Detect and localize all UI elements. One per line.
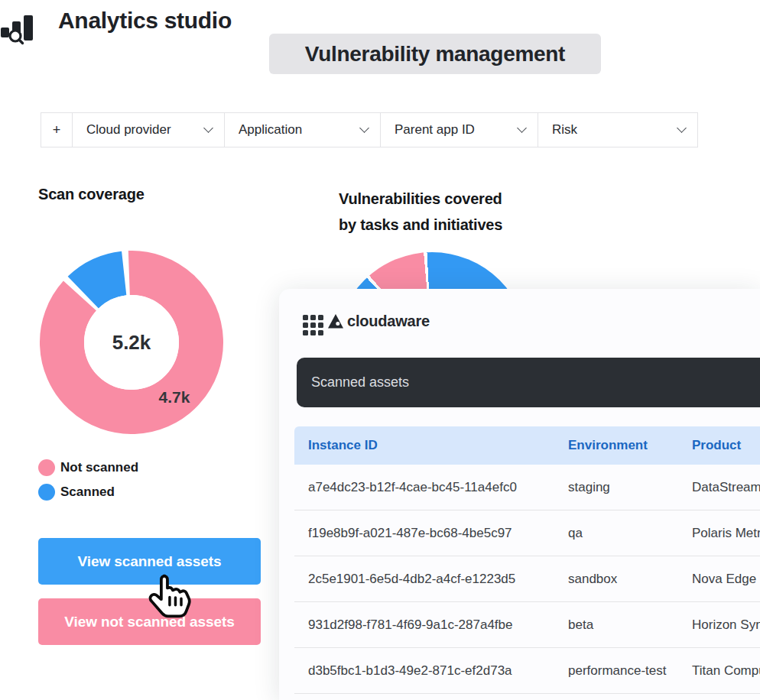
scanned-assets-panel: cloudaware Scanned assets Instance ID En… <box>279 289 760 700</box>
donut-not-scanned-value-label: 4.7k <box>151 388 197 407</box>
legend-swatch-not-scanned <box>38 459 55 476</box>
table-row[interactable]: f19e8b9f-a021-487e-bc68-4be5c97 qa Polar… <box>294 510 760 556</box>
legend-item-scanned[interactable]: Scanned <box>38 480 138 504</box>
cell-instance-id: a7e4dc23-b12f-4cae-bc45-11a4efc0 <box>308 465 517 510</box>
scan-coverage-title: Scan coverage <box>38 186 145 203</box>
tab-vulnerability-management[interactable]: Vulnerability management <box>269 34 601 74</box>
cell-environment: staging <box>568 465 610 510</box>
cell-instance-id: 931d2f98-f781-4f69-9a1c-287a4fbe <box>308 602 513 648</box>
scan-coverage-donut-chart[interactable]: 5.2k <box>40 251 223 434</box>
column-header-product[interactable]: Product <box>692 426 741 465</box>
cell-environment: sandbox <box>568 556 617 602</box>
table-row[interactable]: a7e4dc23-b12f-4cae-bc45-11a4efc0 staging… <box>294 465 760 510</box>
chevron-down-icon <box>517 123 527 133</box>
scanned-assets-title: Scanned assets <box>311 374 409 391</box>
vulnerabilities-chart-title: Vulnerabilities covered by tasks and ini… <box>339 186 502 238</box>
scanned-assets-toolbar: Scanned assets <box>297 358 760 407</box>
cell-product: Horizon Syn <box>692 602 760 648</box>
filter-label: Application <box>239 122 302 138</box>
view-scanned-assets-button[interactable]: View scanned assets <box>38 538 261 585</box>
cell-instance-id: d3b5fbc1-b1d3-49e2-871c-ef2d73a <box>308 648 512 694</box>
filter-label: Cloud provider <box>86 122 171 138</box>
table-row[interactable]: 2c5e1901-6e5d-4db2-a4cf-e1223d5 sandbox … <box>294 556 760 602</box>
legend-swatch-scanned <box>38 484 55 501</box>
filter-cloud-provider[interactable]: Cloud provider <box>72 112 225 147</box>
column-header-instance-id[interactable]: Instance ID <box>308 426 378 465</box>
legend-label: Scanned <box>60 484 115 500</box>
vulnerability-dashboard: Analytics studio Vulnerability managemen… <box>0 0 760 700</box>
cell-instance-id: 2c5e1901-6e5d-4db2-a4cf-e1223d5 <box>308 556 515 602</box>
filter-parent-app-id[interactable]: Parent app ID <box>380 112 538 147</box>
cloudaware-logo[interactable]: cloudaware <box>327 313 430 330</box>
filter-bar: + Cloud provider Application Parent app … <box>41 112 698 147</box>
table-header: Instance ID Environment Product <box>294 426 760 465</box>
cell-instance-id: f19e8b9f-a021-487e-bc68-4be5c97 <box>308 510 512 556</box>
cell-environment: performance-test <box>568 648 667 694</box>
assets-table-body: a7e4dc23-b12f-4cae-bc45-11a4efc0 staging… <box>294 465 760 694</box>
add-filter-button[interactable]: + <box>41 112 73 147</box>
analytics-studio-icon <box>0 14 41 49</box>
cell-environment: qa <box>568 510 583 556</box>
cloudaware-logo-text: cloudaware <box>347 313 430 330</box>
chevron-down-icon <box>203 123 213 133</box>
filter-label: Parent app ID <box>395 122 475 138</box>
chevron-down-icon <box>359 123 369 133</box>
cell-environment: beta <box>568 602 593 648</box>
cell-product: DataStream <box>692 465 760 510</box>
column-header-environment[interactable]: Environment <box>568 426 648 465</box>
table-row[interactable]: 931d2f98-f781-4f69-9a1c-287a4fbe beta Ho… <box>294 602 760 648</box>
cell-product: Titan Compu <box>692 648 760 694</box>
scan-coverage-legend: Not scanned Scanned <box>38 455 138 504</box>
view-not-scanned-assets-button[interactable]: View not scanned assets <box>38 598 261 645</box>
table-row[interactable]: d3b5fbc1-b1d3-49e2-871c-ef2d73a performa… <box>294 648 760 694</box>
legend-label: Not scanned <box>60 460 138 475</box>
filter-label: Risk <box>552 122 577 138</box>
chevron-down-icon <box>677 123 687 133</box>
app-title: Analytics studio <box>58 8 232 34</box>
cell-product: Polaris Metri <box>692 510 760 556</box>
filter-risk[interactable]: Risk <box>538 112 698 147</box>
app-launcher-icon[interactable] <box>303 315 323 335</box>
filter-application[interactable]: Application <box>224 112 381 147</box>
title-line-1: Vulnerabilities covered <box>339 186 502 212</box>
title-line-2: by tasks and initiatives <box>339 212 502 238</box>
cell-product: Nova Edge C <box>692 556 760 602</box>
legend-item-not-scanned[interactable]: Not scanned <box>38 455 138 480</box>
cloudaware-logo-icon <box>327 313 344 329</box>
